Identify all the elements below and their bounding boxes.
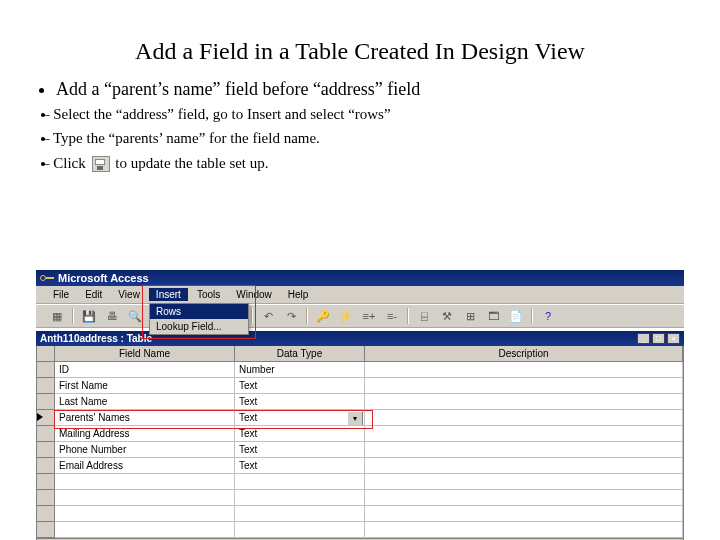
description-cell[interactable] [365, 522, 683, 538]
field-name-cell[interactable] [55, 490, 235, 506]
relationships-icon[interactable]: ⊞ [459, 306, 481, 326]
minimize-button[interactable]: _ [637, 333, 650, 344]
data-type-cell[interactable]: Number [235, 362, 365, 378]
description-cell[interactable] [365, 410, 683, 426]
table-row[interactable]: IDNumber [37, 362, 683, 378]
menu-edit[interactable]: Edit [78, 288, 109, 301]
row-selector[interactable] [37, 362, 55, 378]
current-row-caret-icon [37, 413, 43, 421]
table-row[interactable] [37, 506, 683, 522]
col-header-description[interactable]: Description [365, 346, 683, 362]
field-name-cell[interactable]: Parents' Names [55, 410, 235, 426]
table-row[interactable]: Phone NumberText [37, 442, 683, 458]
indexes-icon[interactable]: ⚡ [335, 306, 357, 326]
data-type-cell[interactable]: Text [235, 394, 365, 410]
table-row[interactable] [37, 522, 683, 538]
data-type-cell[interactable] [235, 522, 365, 538]
undo-icon[interactable]: ↶ [257, 306, 279, 326]
field-name-cell[interactable] [55, 474, 235, 490]
menu-insert[interactable]: Insert [149, 288, 188, 301]
sub-bullet-3-pre: Click [53, 155, 86, 171]
description-cell[interactable] [365, 442, 683, 458]
preview-icon[interactable]: 🔍 [124, 306, 146, 326]
col-header-data-type[interactable]: Data Type [235, 346, 365, 362]
build-icon[interactable]: ⚒ [436, 306, 458, 326]
row-selector[interactable] [37, 474, 55, 490]
print-icon[interactable]: 🖶 [101, 306, 123, 326]
description-cell[interactable] [365, 362, 683, 378]
insert-lookup-field-item[interactable]: Lookup Field... [150, 319, 248, 334]
toolbar: ▦ 💾 🖶 🔍 ✓ ✂ ⧉ 📋 ↶ ↷ 🔑 ⚡ ≡+ ≡- ⌸ ⚒ ⊞ 🗔 📄 [36, 304, 684, 328]
field-name-cell[interactable]: ID [55, 362, 235, 378]
separator [306, 308, 308, 324]
table-row[interactable]: Last NameText [37, 394, 683, 410]
row-selector[interactable] [37, 506, 55, 522]
insert-rows-item[interactable]: Rows [150, 304, 248, 319]
table-row[interactable]: Mailing AddressText [37, 426, 683, 442]
properties-icon[interactable]: ⌸ [413, 306, 435, 326]
table-row[interactable]: Parents' NamesText▾ [37, 410, 683, 426]
field-name-cell[interactable]: Last Name [55, 394, 235, 410]
description-cell[interactable] [365, 506, 683, 522]
field-name-cell[interactable] [55, 506, 235, 522]
slide-title: Add a Field in a Table Created In Design… [0, 38, 720, 65]
table-row[interactable] [37, 474, 683, 490]
sub-bullet-1: Select the “address” field, go to Insert… [56, 104, 690, 124]
row-selector[interactable] [37, 490, 55, 506]
description-cell[interactable] [365, 474, 683, 490]
table-row[interactable]: Email AddressText [37, 458, 683, 474]
insert-rows-icon[interactable]: ≡+ [358, 306, 380, 326]
menu-window[interactable]: Window [229, 288, 279, 301]
row-selector[interactable] [37, 442, 55, 458]
row-selector[interactable] [37, 426, 55, 442]
data-type-cell[interactable]: Text [235, 458, 365, 474]
grid-view-icon[interactable]: ▦ [46, 306, 68, 326]
data-type-cell[interactable]: Text [235, 442, 365, 458]
table-row[interactable]: First NameText [37, 378, 683, 394]
close-button[interactable]: × [667, 333, 680, 344]
select-all-corner[interactable] [37, 346, 55, 362]
row-selector[interactable] [37, 410, 55, 426]
menu-view[interactable]: View [111, 288, 147, 301]
field-name-cell[interactable]: Phone Number [55, 442, 235, 458]
db-window-icon[interactable]: 🗔 [482, 306, 504, 326]
save-icon[interactable]: 💾 [78, 306, 100, 326]
data-type-cell[interactable] [235, 474, 365, 490]
row-selector[interactable] [37, 522, 55, 538]
field-name-cell[interactable]: First Name [55, 378, 235, 394]
description-cell[interactable] [365, 378, 683, 394]
delete-rows-icon[interactable]: ≡- [381, 306, 403, 326]
menu-tools[interactable]: Tools [190, 288, 227, 301]
data-type-cell[interactable]: Text▾ [235, 410, 365, 426]
row-selector[interactable] [37, 378, 55, 394]
help-icon[interactable]: ? [537, 306, 559, 326]
row-selector[interactable] [37, 394, 55, 410]
field-name-cell[interactable]: Mailing Address [55, 426, 235, 442]
primary-key-icon[interactable]: 🔑 [312, 306, 334, 326]
field-name-cell[interactable]: Email Address [55, 458, 235, 474]
redo-icon[interactable]: ↷ [280, 306, 302, 326]
data-type-cell[interactable]: Text [235, 378, 365, 394]
main-bullet: Add a “parent’s name” field before “addr… [56, 79, 690, 100]
separator [251, 308, 253, 324]
description-cell[interactable] [365, 458, 683, 474]
description-cell[interactable] [365, 394, 683, 410]
maximize-button[interactable]: □ [652, 333, 665, 344]
save-icon [92, 156, 110, 172]
menu-file[interactable]: File [46, 288, 76, 301]
new-object-icon[interactable]: 📄 [505, 306, 527, 326]
app-title: Microsoft Access [58, 272, 149, 284]
description-cell[interactable] [365, 426, 683, 442]
sub-bullet-3-post: to update the table set up. [115, 155, 268, 171]
insert-dropdown: Rows Lookup Field... [149, 303, 249, 335]
description-cell[interactable] [365, 490, 683, 506]
data-type-cell[interactable]: Text [235, 426, 365, 442]
menu-help[interactable]: Help [281, 288, 316, 301]
col-header-field-name[interactable]: Field Name [55, 346, 235, 362]
table-row[interactable] [37, 490, 683, 506]
row-selector[interactable] [37, 458, 55, 474]
data-type-dropdown-button[interactable]: ▾ [347, 411, 363, 426]
data-type-cell[interactable] [235, 506, 365, 522]
data-type-cell[interactable] [235, 490, 365, 506]
field-name-cell[interactable] [55, 522, 235, 538]
